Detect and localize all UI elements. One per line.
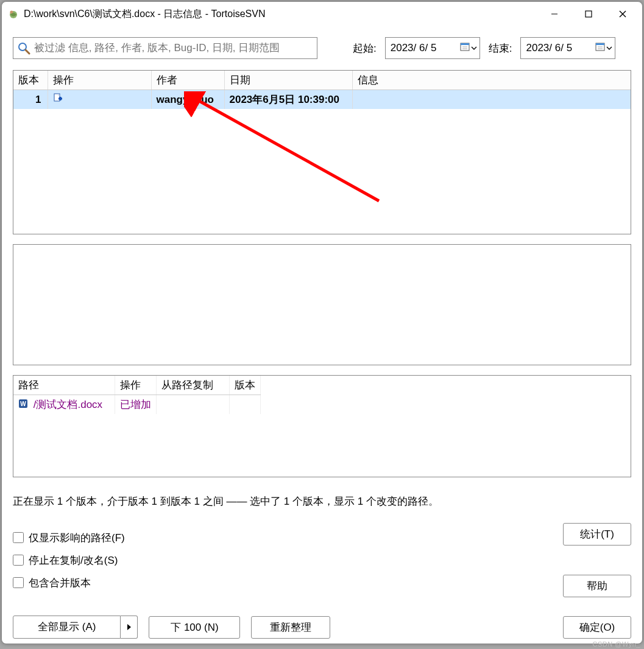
check-stop-on-copy[interactable]: 停止在复制/改名(S) — [13, 553, 125, 567]
show-all-dropdown[interactable] — [121, 616, 138, 639]
svg-text:W: W — [20, 401, 26, 407]
chevron-down-icon — [471, 42, 477, 54]
next-100-button[interactable]: 下 100 (N) — [149, 616, 240, 639]
word-file-icon: W — [18, 399, 28, 412]
titlebar: D:\work\svn\C6\测试文档.docx - 日志信息 - Tortoi… — [2, 2, 642, 26]
log-row[interactable]: 1 wangyunuo 2023年6月5日 10:39:00 — [13, 90, 631, 110]
to-label: 结束: — [489, 41, 512, 55]
col-date[interactable]: 日期 — [224, 71, 352, 90]
col-msg[interactable]: 信息 — [352, 71, 631, 90]
log-grid-header[interactable]: 版本 操作 作者 日期 信息 — [13, 71, 631, 90]
help-button[interactable]: 帮助 — [563, 575, 631, 597]
calendar-icon — [595, 42, 605, 55]
minimize-button[interactable] — [537, 2, 571, 26]
from-date-value: 2023/ 6/ 5 — [391, 42, 437, 54]
window: D:\work\svn\C6\测试文档.docx - 日志信息 - Tortoi… — [1, 1, 643, 644]
svg-line-19 — [195, 99, 379, 201]
col-action[interactable]: 操作 — [48, 71, 151, 90]
cell-path-rev — [229, 395, 260, 415]
cell-rev: 1 — [13, 90, 48, 110]
to-date-value: 2023/ 6/ 5 — [526, 42, 572, 54]
pcol-path[interactable]: 路径 — [13, 376, 115, 395]
cell-path-action: 已增加 — [115, 395, 156, 415]
check-affected-paths-box[interactable] — [13, 532, 24, 543]
pcol-action[interactable]: 操作 — [115, 376, 156, 395]
statistics-button[interactable]: 统计(T) — [563, 523, 631, 546]
cell-action — [48, 90, 151, 110]
filter-input[interactable] — [34, 38, 317, 58]
maximize-button[interactable] — [571, 2, 606, 26]
cell-copyfrom — [156, 395, 229, 415]
col-author[interactable]: 作者 — [151, 71, 224, 90]
log-message-box[interactable] — [13, 244, 631, 366]
show-all-button[interactable]: 全部显示 (A) — [13, 616, 121, 639]
svg-rect-13 — [596, 43, 604, 45]
paths-grid-header[interactable]: 路径 操作 从路径复制 版本 — [13, 376, 260, 395]
cell-msg — [352, 90, 631, 110]
ok-button[interactable]: 确定(O) — [563, 616, 631, 639]
cell-date: 2023年6月5日 10:39:00 — [224, 90, 352, 110]
check-include-merge[interactable]: 包含合并版本 — [13, 576, 125, 590]
check-include-merge-box[interactable] — [13, 577, 24, 588]
added-icon — [53, 94, 63, 105]
chevron-down-icon — [606, 42, 612, 54]
svg-line-7 — [26, 50, 29, 54]
triangle-right-icon — [127, 623, 132, 631]
filter-box[interactable] — [13, 37, 317, 59]
from-date-picker[interactable]: 2023/ 6/ 5 — [385, 37, 480, 59]
from-label: 起始: — [353, 41, 377, 55]
refresh-button[interactable]: 重新整理 — [251, 616, 330, 639]
cell-path: W /测试文档.docx — [13, 395, 115, 415]
path-row[interactable]: W /测试文档.docx 已增加 — [13, 395, 260, 415]
pcol-rev[interactable]: 版本 — [229, 376, 260, 395]
svg-rect-9 — [461, 43, 469, 45]
check-affected-paths[interactable]: 仅显示影响的路径(F) — [13, 531, 125, 545]
search-icon — [17, 41, 30, 55]
tortoisesvn-icon — [8, 9, 19, 19]
to-date-picker[interactable]: 2023/ 6/ 5 — [520, 37, 615, 59]
annotation-arrow — [184, 91, 391, 213]
close-button[interactable] — [606, 2, 640, 26]
log-grid[interactable]: 版本 操作 作者 日期 信息 1 — [13, 70, 631, 234]
window-title: D:\work\svn\C6\测试文档.docx - 日志信息 - Tortoi… — [24, 8, 537, 21]
col-rev[interactable]: 版本 — [13, 71, 48, 90]
paths-grid[interactable]: 路径 操作 从路径复制 版本 W /测试文档.docx — [13, 375, 631, 477]
show-all-split-button[interactable]: 全部显示 (A) — [13, 616, 138, 639]
watermark: CSDN @Wyn_ — [593, 640, 640, 648]
pcol-copy[interactable]: 从路径复制 — [156, 376, 229, 395]
check-stop-on-copy-box[interactable] — [13, 555, 24, 566]
calendar-icon — [460, 42, 470, 55]
status-line: 正在显示 1 个版本，介于版本 1 到版本 1 之间 —— 选中了 1 个版本，… — [13, 494, 631, 508]
svg-rect-3 — [586, 11, 592, 17]
cell-author: wangyunuo — [151, 90, 224, 110]
